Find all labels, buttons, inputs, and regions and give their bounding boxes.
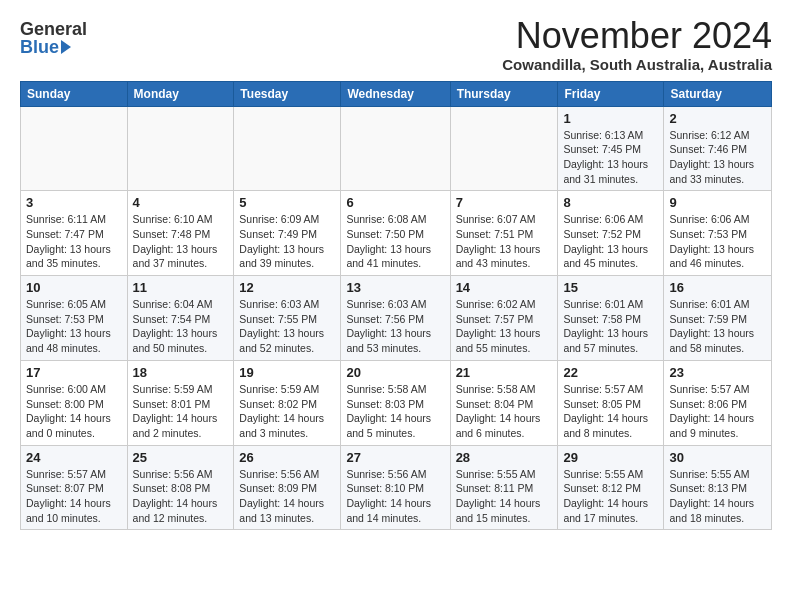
calendar-week-4: 17Sunrise: 6:00 AMSunset: 8:00 PMDayligh… bbox=[21, 360, 772, 445]
day-number: 12 bbox=[239, 280, 335, 295]
logo-arrow-icon bbox=[61, 40, 71, 54]
day-number: 30 bbox=[669, 450, 766, 465]
calendar-day-cell: 16Sunrise: 6:01 AMSunset: 7:59 PMDayligh… bbox=[664, 276, 772, 361]
day-info: Sunrise: 5:55 AMSunset: 8:11 PMDaylight:… bbox=[456, 467, 553, 526]
calendar-week-5: 24Sunrise: 5:57 AMSunset: 8:07 PMDayligh… bbox=[21, 445, 772, 530]
day-number: 14 bbox=[456, 280, 553, 295]
calendar-day-cell: 3Sunrise: 6:11 AMSunset: 7:47 PMDaylight… bbox=[21, 191, 128, 276]
calendar-day-cell: 25Sunrise: 5:56 AMSunset: 8:08 PMDayligh… bbox=[127, 445, 234, 530]
day-info: Sunrise: 5:57 AMSunset: 8:06 PMDaylight:… bbox=[669, 382, 766, 441]
day-number: 4 bbox=[133, 195, 229, 210]
weekday-header-saturday: Saturday bbox=[664, 81, 772, 106]
day-number: 9 bbox=[669, 195, 766, 210]
calendar-day-cell: 21Sunrise: 5:58 AMSunset: 8:04 PMDayligh… bbox=[450, 360, 558, 445]
day-number: 23 bbox=[669, 365, 766, 380]
calendar-day-cell: 17Sunrise: 6:00 AMSunset: 8:00 PMDayligh… bbox=[21, 360, 128, 445]
calendar-day-cell: 2Sunrise: 6:12 AMSunset: 7:46 PMDaylight… bbox=[664, 106, 772, 191]
day-number: 11 bbox=[133, 280, 229, 295]
calendar-day-cell: 20Sunrise: 5:58 AMSunset: 8:03 PMDayligh… bbox=[341, 360, 450, 445]
weekday-header-thursday: Thursday bbox=[450, 81, 558, 106]
day-info: Sunrise: 5:59 AMSunset: 8:01 PMDaylight:… bbox=[133, 382, 229, 441]
calendar-day-empty bbox=[450, 106, 558, 191]
day-number: 16 bbox=[669, 280, 766, 295]
day-number: 15 bbox=[563, 280, 658, 295]
day-info: Sunrise: 6:01 AMSunset: 7:59 PMDaylight:… bbox=[669, 297, 766, 356]
day-number: 10 bbox=[26, 280, 122, 295]
calendar-table: SundayMondayTuesdayWednesdayThursdayFrid… bbox=[20, 81, 772, 531]
day-number: 8 bbox=[563, 195, 658, 210]
day-number: 6 bbox=[346, 195, 444, 210]
day-info: Sunrise: 5:57 AMSunset: 8:05 PMDaylight:… bbox=[563, 382, 658, 441]
weekday-header-sunday: Sunday bbox=[21, 81, 128, 106]
day-number: 17 bbox=[26, 365, 122, 380]
day-number: 19 bbox=[239, 365, 335, 380]
calendar-day-cell: 28Sunrise: 5:55 AMSunset: 8:11 PMDayligh… bbox=[450, 445, 558, 530]
weekday-header-friday: Friday bbox=[558, 81, 664, 106]
day-info: Sunrise: 6:00 AMSunset: 8:00 PMDaylight:… bbox=[26, 382, 122, 441]
calendar-day-cell: 7Sunrise: 6:07 AMSunset: 7:51 PMDaylight… bbox=[450, 191, 558, 276]
calendar-day-cell: 8Sunrise: 6:06 AMSunset: 7:52 PMDaylight… bbox=[558, 191, 664, 276]
day-info: Sunrise: 6:06 AMSunset: 7:52 PMDaylight:… bbox=[563, 212, 658, 271]
day-info: Sunrise: 6:11 AMSunset: 7:47 PMDaylight:… bbox=[26, 212, 122, 271]
calendar-day-cell: 18Sunrise: 5:59 AMSunset: 8:01 PMDayligh… bbox=[127, 360, 234, 445]
title-block: November 2024 Cowandilla, South Australi… bbox=[502, 16, 772, 73]
day-info: Sunrise: 6:13 AMSunset: 7:45 PMDaylight:… bbox=[563, 128, 658, 187]
day-number: 13 bbox=[346, 280, 444, 295]
day-info: Sunrise: 5:56 AMSunset: 8:09 PMDaylight:… bbox=[239, 467, 335, 526]
weekday-header-tuesday: Tuesday bbox=[234, 81, 341, 106]
day-info: Sunrise: 5:57 AMSunset: 8:07 PMDaylight:… bbox=[26, 467, 122, 526]
weekday-header-row: SundayMondayTuesdayWednesdayThursdayFrid… bbox=[21, 81, 772, 106]
day-number: 24 bbox=[26, 450, 122, 465]
calendar-day-empty bbox=[234, 106, 341, 191]
day-info: Sunrise: 5:58 AMSunset: 8:03 PMDaylight:… bbox=[346, 382, 444, 441]
day-number: 2 bbox=[669, 111, 766, 126]
calendar-day-cell: 5Sunrise: 6:09 AMSunset: 7:49 PMDaylight… bbox=[234, 191, 341, 276]
weekday-header-wednesday: Wednesday bbox=[341, 81, 450, 106]
day-number: 25 bbox=[133, 450, 229, 465]
day-info: Sunrise: 6:06 AMSunset: 7:53 PMDaylight:… bbox=[669, 212, 766, 271]
calendar-day-cell: 15Sunrise: 6:01 AMSunset: 7:58 PMDayligh… bbox=[558, 276, 664, 361]
day-info: Sunrise: 6:08 AMSunset: 7:50 PMDaylight:… bbox=[346, 212, 444, 271]
day-number: 21 bbox=[456, 365, 553, 380]
calendar-day-cell: 11Sunrise: 6:04 AMSunset: 7:54 PMDayligh… bbox=[127, 276, 234, 361]
day-number: 1 bbox=[563, 111, 658, 126]
day-number: 26 bbox=[239, 450, 335, 465]
calendar-day-cell: 13Sunrise: 6:03 AMSunset: 7:56 PMDayligh… bbox=[341, 276, 450, 361]
day-info: Sunrise: 6:01 AMSunset: 7:58 PMDaylight:… bbox=[563, 297, 658, 356]
calendar-week-2: 3Sunrise: 6:11 AMSunset: 7:47 PMDaylight… bbox=[21, 191, 772, 276]
day-info: Sunrise: 5:56 AMSunset: 8:08 PMDaylight:… bbox=[133, 467, 229, 526]
day-info: Sunrise: 5:59 AMSunset: 8:02 PMDaylight:… bbox=[239, 382, 335, 441]
calendar-day-cell: 26Sunrise: 5:56 AMSunset: 8:09 PMDayligh… bbox=[234, 445, 341, 530]
day-info: Sunrise: 6:04 AMSunset: 7:54 PMDaylight:… bbox=[133, 297, 229, 356]
day-number: 22 bbox=[563, 365, 658, 380]
calendar-day-cell: 29Sunrise: 5:55 AMSunset: 8:12 PMDayligh… bbox=[558, 445, 664, 530]
calendar-day-cell: 12Sunrise: 6:03 AMSunset: 7:55 PMDayligh… bbox=[234, 276, 341, 361]
location-subtitle: Cowandilla, South Australia, Australia bbox=[502, 56, 772, 73]
day-number: 3 bbox=[26, 195, 122, 210]
day-number: 5 bbox=[239, 195, 335, 210]
calendar-day-empty bbox=[341, 106, 450, 191]
calendar-week-3: 10Sunrise: 6:05 AMSunset: 7:53 PMDayligh… bbox=[21, 276, 772, 361]
day-number: 7 bbox=[456, 195, 553, 210]
calendar-day-cell: 24Sunrise: 5:57 AMSunset: 8:07 PMDayligh… bbox=[21, 445, 128, 530]
day-number: 27 bbox=[346, 450, 444, 465]
logo-general-text: General bbox=[20, 20, 87, 38]
calendar-day-empty bbox=[127, 106, 234, 191]
day-info: Sunrise: 5:56 AMSunset: 8:10 PMDaylight:… bbox=[346, 467, 444, 526]
day-info: Sunrise: 6:03 AMSunset: 7:56 PMDaylight:… bbox=[346, 297, 444, 356]
calendar-day-cell: 9Sunrise: 6:06 AMSunset: 7:53 PMDaylight… bbox=[664, 191, 772, 276]
calendar-week-1: 1Sunrise: 6:13 AMSunset: 7:45 PMDaylight… bbox=[21, 106, 772, 191]
logo-blue-text: Blue bbox=[20, 38, 71, 56]
weekday-header-monday: Monday bbox=[127, 81, 234, 106]
day-info: Sunrise: 6:12 AMSunset: 7:46 PMDaylight:… bbox=[669, 128, 766, 187]
day-number: 18 bbox=[133, 365, 229, 380]
calendar-day-cell: 22Sunrise: 5:57 AMSunset: 8:05 PMDayligh… bbox=[558, 360, 664, 445]
day-info: Sunrise: 6:07 AMSunset: 7:51 PMDaylight:… bbox=[456, 212, 553, 271]
month-title: November 2024 bbox=[502, 16, 772, 56]
calendar-day-cell: 19Sunrise: 5:59 AMSunset: 8:02 PMDayligh… bbox=[234, 360, 341, 445]
day-info: Sunrise: 6:02 AMSunset: 7:57 PMDaylight:… bbox=[456, 297, 553, 356]
day-number: 20 bbox=[346, 365, 444, 380]
calendar-day-empty bbox=[21, 106, 128, 191]
calendar-day-cell: 27Sunrise: 5:56 AMSunset: 8:10 PMDayligh… bbox=[341, 445, 450, 530]
logo: General Blue bbox=[20, 20, 87, 56]
